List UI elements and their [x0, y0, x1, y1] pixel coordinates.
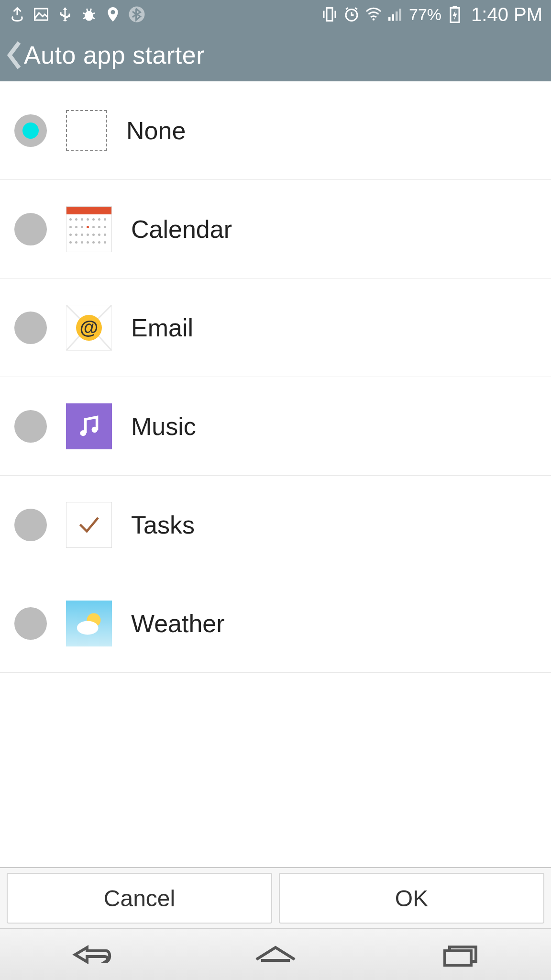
page-title: Auto app starter: [24, 41, 205, 69]
svg-rect-18: [392, 14, 394, 21]
radio-weather[interactable]: [14, 607, 47, 640]
svg-marker-23: [453, 10, 457, 20]
signal-icon: [387, 6, 404, 23]
svg-rect-20: [399, 9, 401, 21]
clock-time: 1:40 PM: [471, 4, 542, 25]
music-icon: [66, 403, 112, 449]
radio-none[interactable]: [14, 114, 47, 147]
svg-rect-22: [453, 6, 457, 8]
row-label: Email: [131, 313, 193, 342]
back-button[interactable]: [5, 41, 24, 69]
radio-music[interactable]: [14, 410, 47, 443]
dialog-buttons: Cancel OK: [0, 867, 551, 928]
empty-space: [0, 673, 551, 867]
picture-icon: [33, 6, 50, 23]
debug-icon: [80, 6, 98, 23]
radio-email[interactable]: [14, 312, 47, 344]
row-label: Weather: [131, 609, 225, 638]
location-icon: [104, 6, 121, 23]
row-label: Calendar: [131, 215, 232, 244]
svg-rect-19: [396, 11, 398, 21]
status-bar: 77% 1:40 PM: [0, 0, 551, 29]
usb-icon: [56, 6, 74, 23]
alarm-icon: [343, 6, 360, 23]
tasks-icon: [66, 502, 112, 548]
list-row-calendar[interactable]: Calendar: [0, 180, 551, 278]
radio-calendar[interactable]: [14, 213, 47, 245]
weather-icon: [66, 601, 112, 646]
row-label: Music: [131, 412, 196, 441]
list-row-music[interactable]: Music: [0, 377, 551, 476]
svg-point-16: [373, 18, 375, 21]
header: Auto app starter: [0, 29, 551, 81]
row-label: None: [126, 116, 186, 145]
svg-point-1: [85, 11, 93, 21]
svg-line-14: [346, 8, 348, 10]
nav-back-button[interactable]: [63, 938, 121, 971]
calendar-icon: [66, 206, 112, 252]
status-right: 77% 1:40 PM: [321, 4, 542, 25]
svg-line-6: [87, 9, 88, 11]
app-list: None Calendar @ Email: [0, 81, 551, 673]
list-row-weather[interactable]: Weather: [0, 574, 551, 673]
wifi-icon: [365, 6, 382, 23]
list-row-none[interactable]: None: [0, 81, 551, 180]
battery-percent: 77%: [409, 5, 441, 24]
list-row-tasks[interactable]: Tasks: [0, 476, 551, 574]
svg-rect-29: [445, 951, 471, 965]
svg-line-7: [90, 9, 91, 11]
svg-point-27: [77, 621, 98, 635]
svg-point-24: [80, 430, 86, 436]
radio-tasks[interactable]: [14, 509, 47, 541]
email-icon: @: [66, 305, 112, 351]
row-label: Tasks: [131, 511, 195, 539]
ok-button[interactable]: OK: [279, 873, 544, 924]
vibrate-icon: [321, 6, 338, 23]
svg-point-25: [92, 426, 98, 432]
svg-line-15: [355, 8, 357, 10]
status-left: [9, 6, 145, 23]
svg-rect-17: [388, 17, 391, 21]
battery-charging-icon: [446, 6, 463, 23]
nav-home-button[interactable]: [247, 938, 304, 971]
svg-rect-10: [327, 8, 332, 21]
none-icon: [66, 110, 107, 151]
nav-recent-button[interactable]: [430, 938, 488, 971]
cancel-button[interactable]: Cancel: [7, 873, 272, 924]
svg-point-8: [111, 10, 115, 14]
bluetooth-icon: [128, 6, 145, 23]
list-row-email[interactable]: @ Email: [0, 278, 551, 377]
datashare-icon: [9, 6, 26, 23]
system-navbar: [0, 928, 551, 980]
